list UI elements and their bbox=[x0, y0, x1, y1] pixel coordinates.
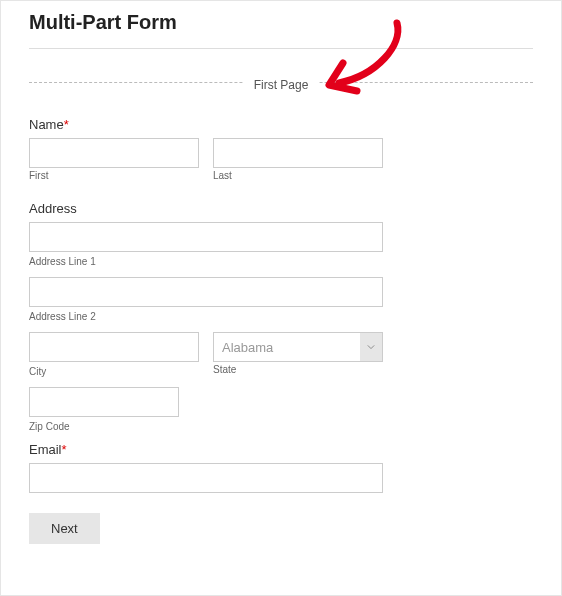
last-name-sublabel: Last bbox=[213, 170, 383, 181]
name-label: Name* bbox=[29, 117, 533, 132]
zip-sublabel: Zip Code bbox=[29, 421, 179, 432]
first-name-input[interactable] bbox=[29, 138, 199, 168]
address-section: Address Address Line 1 Address Line 2 Ci… bbox=[29, 201, 533, 432]
page-break-label: First Page bbox=[244, 78, 319, 92]
chevron-down-icon bbox=[360, 333, 382, 361]
address-line2-input[interactable] bbox=[29, 277, 383, 307]
last-name-input[interactable] bbox=[213, 138, 383, 168]
page-break: First Page bbox=[29, 75, 533, 89]
divider bbox=[29, 48, 533, 49]
state-sublabel: State bbox=[213, 364, 383, 375]
next-button[interactable]: Next bbox=[29, 513, 100, 544]
email-input[interactable] bbox=[29, 463, 383, 493]
state-select[interactable]: Alabama bbox=[213, 332, 383, 362]
email-label: Email* bbox=[29, 442, 533, 457]
email-section: Email* bbox=[29, 442, 533, 493]
city-input[interactable] bbox=[29, 332, 199, 362]
state-selected-value: Alabama bbox=[222, 340, 273, 355]
first-name-sublabel: First bbox=[29, 170, 199, 181]
page-title: Multi-Part Form bbox=[29, 11, 533, 34]
zip-input[interactable] bbox=[29, 387, 179, 417]
name-section: Name* First Last bbox=[29, 117, 533, 191]
address-line1-input[interactable] bbox=[29, 222, 383, 252]
address-line2-sublabel: Address Line 2 bbox=[29, 311, 383, 322]
address-label: Address bbox=[29, 201, 533, 216]
address-line1-sublabel: Address Line 1 bbox=[29, 256, 383, 267]
form-card: Multi-Part Form First Page Name* First L… bbox=[0, 0, 562, 596]
city-sublabel: City bbox=[29, 366, 199, 377]
